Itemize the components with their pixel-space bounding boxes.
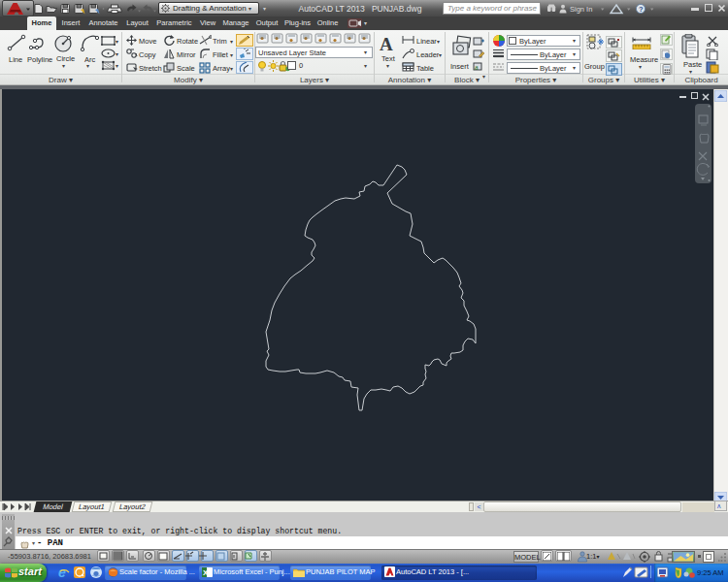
svg-text:?: ?: [639, 5, 644, 14]
svg-text:a: a: [475, 63, 479, 72]
svg-text:Sign In: Sign In: [570, 5, 592, 14]
svg-text:e: e: [58, 566, 66, 579]
svg-text:X: X: [203, 568, 209, 577]
